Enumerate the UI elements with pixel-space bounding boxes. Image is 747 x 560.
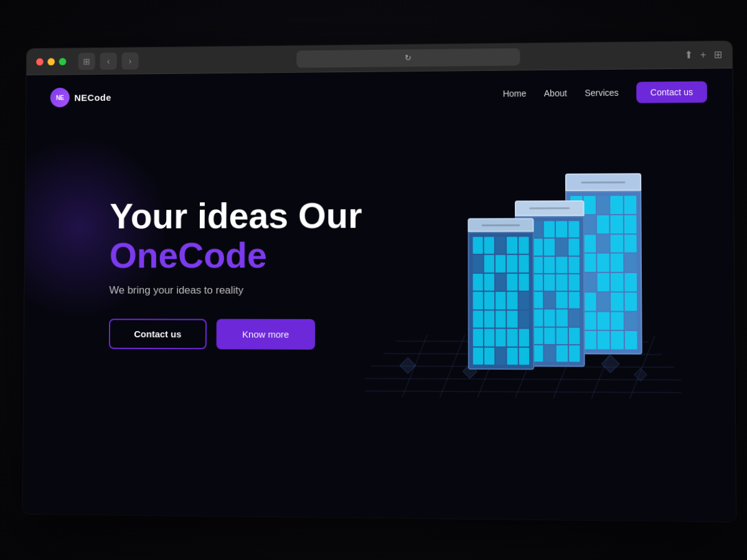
server-cell	[496, 274, 505, 291]
server-cell	[484, 310, 494, 328]
logo: NE NECode	[50, 87, 111, 107]
svg-line-4	[365, 391, 681, 393]
server-cell	[597, 196, 609, 214]
server-cell	[544, 221, 555, 237]
server-cell	[557, 327, 568, 344]
server-top-front	[467, 218, 533, 231]
server-cell	[519, 292, 529, 309]
server-cell	[624, 254, 637, 272]
server-cell	[519, 237, 529, 254]
server-cell	[597, 235, 609, 253]
website: NE NECode Home About Services Contact us…	[22, 68, 736, 521]
server-tower-front	[467, 218, 534, 370]
server-cell	[583, 196, 596, 214]
back-button[interactable]: ‹	[100, 52, 116, 70]
server-body-front	[467, 232, 534, 370]
server-cell	[484, 347, 494, 365]
hero-section: Your ideas Our OneCode We bring your ide…	[24, 115, 735, 406]
server-cell	[496, 292, 505, 309]
grid-icon[interactable]: ⊞	[714, 49, 722, 60]
server-cell	[584, 273, 596, 291]
hero-title-line1: Your ideas Our	[110, 195, 362, 236]
browser-content: NE NECode Home About Services Contact us…	[22, 68, 736, 521]
server-cell	[507, 310, 517, 328]
server-cell	[484, 255, 494, 273]
server-cell	[611, 273, 623, 291]
server-cell	[472, 255, 482, 273]
logo-text: NECode	[74, 92, 111, 103]
contact-us-button[interactable]: Contact us	[109, 319, 207, 350]
know-more-button[interactable]: Know more	[217, 319, 316, 350]
nav-services[interactable]: Services	[585, 88, 619, 98]
server-cell	[624, 331, 637, 349]
server-cell	[507, 274, 517, 291]
server-cell	[519, 347, 529, 365]
address-bar-container: ↻	[146, 46, 677, 69]
server-cell	[568, 327, 580, 344]
refresh-icon: ↻	[405, 53, 411, 62]
server-cell	[584, 215, 596, 233]
server-cell	[473, 347, 483, 365]
server-top-back	[565, 173, 641, 191]
server-cell	[496, 237, 505, 254]
sidebar-toggle-icon[interactable]: ⊞	[78, 52, 95, 70]
close-button[interactable]	[36, 58, 44, 65]
server-cell	[473, 329, 483, 347]
address-bar[interactable]: ↻	[297, 48, 520, 67]
server-cell	[624, 235, 637, 253]
browser-controls: ⊞ ‹ ›	[78, 52, 139, 70]
share-icon[interactable]: ⬆	[684, 49, 692, 61]
nav-home[interactable]: Home	[503, 88, 527, 98]
hero-buttons: Contact us Know more	[109, 319, 362, 350]
hero-title: Your ideas Our OneCode	[110, 195, 362, 274]
server-cell	[584, 331, 596, 349]
server-cell	[496, 347, 505, 365]
hero-text: Your ideas Our OneCode We bring your ide…	[109, 195, 362, 350]
server-cell	[598, 331, 610, 349]
nav-contact-button[interactable]: Contact us	[636, 82, 707, 103]
server-cell	[624, 196, 636, 214]
server-cell	[598, 273, 610, 291]
server-cell	[507, 237, 517, 254]
server-cell	[544, 345, 555, 362]
server-cell	[496, 310, 505, 328]
servers-container	[383, 141, 662, 405]
server-cell	[472, 237, 482, 254]
server-cell	[569, 345, 580, 362]
server-cell	[598, 312, 610, 330]
server-cell	[557, 345, 568, 362]
server-cell	[568, 310, 580, 327]
server-cell	[568, 292, 580, 309]
server-cell	[624, 215, 636, 233]
server-cell	[556, 221, 567, 237]
traffic-lights	[36, 58, 66, 65]
server-cell	[584, 235, 596, 253]
forward-button[interactable]: ›	[121, 52, 138, 70]
server-cell	[496, 329, 505, 347]
nav-links: Home About Services Contact us	[503, 82, 707, 105]
navbar: NE NECode Home About Services Contact us	[26, 68, 733, 120]
server-cell	[484, 274, 494, 291]
server-cell	[544, 327, 555, 344]
server-cell	[584, 312, 596, 330]
logo-icon: NE	[50, 88, 70, 108]
server-cell	[557, 310, 568, 327]
server-cell	[519, 255, 529, 273]
server-cell	[568, 256, 580, 273]
server-cell	[472, 274, 482, 291]
maximize-button[interactable]	[59, 58, 67, 65]
nav-about[interactable]: About	[544, 88, 567, 98]
server-cell	[519, 274, 529, 291]
server-top-mid	[515, 200, 585, 216]
server-cell	[544, 292, 555, 309]
new-tab-icon[interactable]: +	[700, 49, 707, 60]
browser-toolbar-right: ⬆ + ⊞	[684, 49, 722, 61]
server-cell	[472, 310, 482, 328]
server-cell	[568, 274, 580, 291]
server-cell	[598, 292, 610, 310]
svg-rect-12	[400, 358, 416, 374]
server-cell	[624, 292, 637, 310]
server-cell	[556, 239, 567, 255]
minimize-button[interactable]	[47, 58, 55, 65]
server-cell	[624, 273, 637, 291]
